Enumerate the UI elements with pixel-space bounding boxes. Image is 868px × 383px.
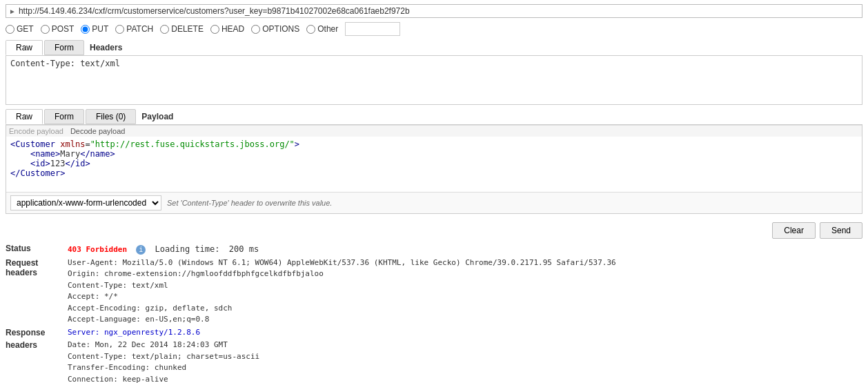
req-header-line-5: Accept-Encoding: gzip, deflate, sdch [68, 303, 862, 315]
resp-header-line-3: Transfer-Encoding: chunked [68, 362, 862, 374]
payload-form-tab[interactable]: Form [44, 109, 84, 124]
payload-raw-tab[interactable]: Raw [6, 109, 43, 124]
req-header-line-3: Content-Type: text/xml [68, 280, 862, 292]
resp-header-line-2: Content-Type: text/plain; charset=us-asc… [68, 351, 862, 363]
resp-header-line-1: Date: Mon, 22 Dec 2014 18:24:03 GMT [68, 340, 862, 351]
payload-files-tab[interactable]: Files (0) [86, 109, 136, 124]
loading-time-label: Loading time: [155, 244, 220, 254]
response-label: Response [6, 327, 68, 339]
headers-content-box: Content-Type: text/xml [6, 55, 862, 105]
response-server-line: Server: ngx_openresty/1.2.8.6 [68, 327, 862, 339]
method-put[interactable]: PUT [81, 24, 108, 34]
status-section: Status 403 Forbidden i Loading time: 200… [6, 243, 862, 383]
payload-section-label: Payload [141, 112, 173, 121]
status-label: Status [6, 243, 68, 256]
decode-payload-btn[interactable]: Decode payload [70, 127, 126, 135]
method-head-radio[interactable] [210, 25, 219, 34]
content-type-row: application/x-www-form-urlencoded applic… [6, 192, 862, 213]
headers-raw-tab[interactable]: Raw [6, 40, 43, 55]
method-post-radio[interactable] [41, 25, 50, 34]
content-type-select[interactable]: application/x-www-form-urlencoded applic… [10, 195, 161, 210]
send-button[interactable]: Send [820, 222, 862, 239]
method-other-input[interactable] [345, 22, 400, 36]
url-bar: ► [6, 4, 862, 18]
method-get[interactable]: GET [6, 24, 34, 34]
method-head[interactable]: HEAD [210, 24, 244, 34]
method-options[interactable]: OPTIONS [251, 24, 299, 34]
payload-content-box: Encode payload Decode payload <Customer … [6, 124, 862, 214]
request-headers-label: Requestheaders [6, 257, 68, 326]
encode-row: Encode payload Decode payload [6, 125, 862, 137]
xml-payload-content[interactable]: <Customer xmlns="http://rest.fuse.quicks… [6, 137, 862, 192]
status-info-icon[interactable]: i [136, 245, 146, 255]
url-arrow-icon: ► [9, 8, 16, 15]
method-patch[interactable]: PATCH [115, 24, 153, 34]
loading-time-value: 200 ms [229, 244, 259, 254]
response-headers-label: headers [6, 340, 68, 383]
response-headers-content: Date: Mon, 22 Dec 2014 18:24:03 GMT Cont… [68, 340, 862, 383]
req-header-line-2: Origin: chrome-extension://hgmloofddfbph… [68, 268, 862, 280]
method-post[interactable]: POST [41, 24, 75, 34]
method-get-radio[interactable] [6, 25, 14, 34]
method-other[interactable]: Other [306, 24, 338, 34]
headers-content[interactable]: Content-Type: text/xml [6, 56, 862, 104]
resp-header-line-4: Connection: keep-alive [68, 374, 862, 384]
method-put-radio[interactable] [81, 25, 90, 34]
req-header-line-4: Accept: */* [68, 291, 862, 303]
encode-payload-btn[interactable]: Encode payload [9, 127, 63, 135]
method-delete[interactable]: DELETE [160, 24, 204, 34]
status-forbidden: 403 Forbidden [68, 245, 127, 254]
content-type-hint: Set 'Content-Type' header to overwrite t… [167, 199, 332, 207]
status-value-row: 403 Forbidden i Loading time: 200 ms [68, 243, 862, 256]
method-options-radio[interactable] [251, 25, 260, 34]
payload-tab-row: Raw Form Files (0) Payload [6, 109, 862, 124]
action-row: Clear Send [6, 218, 862, 243]
clear-button[interactable]: Clear [772, 222, 816, 239]
method-patch-radio[interactable] [115, 25, 124, 34]
method-delete-radio[interactable] [160, 25, 169, 34]
req-header-line-6: Accept-Language: en-US,en;q=0.8 [68, 314, 862, 326]
headers-section-label: Headers [90, 43, 122, 52]
headers-form-tab[interactable]: Form [44, 40, 84, 55]
response-server-value: Server: ngx_openresty/1.2.8.6 [68, 328, 200, 337]
method-other-radio[interactable] [306, 25, 315, 34]
url-input[interactable] [19, 6, 859, 16]
request-headers-content: User-Agent: Mozilla/5.0 (Windows NT 6.1;… [68, 257, 862, 326]
method-row: GET POST PUT PATCH DELETE HEAD OPTIONS [6, 22, 862, 36]
req-header-line-1: User-Agent: Mozilla/5.0 (Windows NT 6.1;… [68, 257, 862, 269]
headers-tab-row: Raw Form Headers [6, 40, 862, 55]
